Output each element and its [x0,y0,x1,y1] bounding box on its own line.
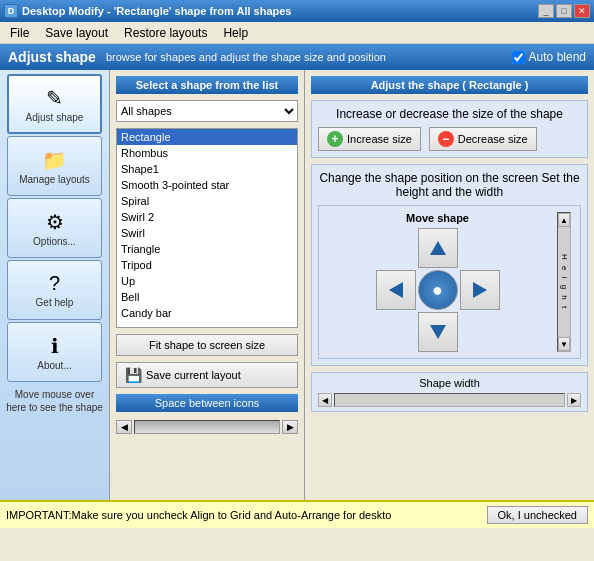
middle-panel: Select a shape from the list All shapes … [110,70,305,500]
list-item-swirl2[interactable]: Swirl 2 [117,209,297,225]
sidebar-label-options: Options... [33,236,76,247]
move-controls-area: Move shape ● [325,212,550,352]
decrease-icon: − [438,131,454,147]
about-icon: ℹ [51,334,59,358]
sidebar-btn-adjust-shape[interactable]: ✎ Adjust shape [7,74,102,134]
sidebar: ✎ Adjust shape 📁 Manage layouts ⚙ Option… [0,70,110,500]
width-section: Shape width ◀ ▶ [311,372,588,412]
shape-list[interactable]: Rectangle Rhombus Shape1 Smooth 3-pointe… [116,128,298,328]
menu-help[interactable]: Help [217,24,254,42]
auto-blend-label: Auto blend [529,50,586,64]
height-scroll-up[interactable]: ▲ [558,213,570,227]
height-scrollbar[interactable]: ▲ H e i g h t ▼ [557,212,571,352]
decrease-label: Decrease size [458,133,528,145]
position-section-text: Change the shape position on the screen … [318,171,581,199]
sidebar-label-manage-layouts: Manage layouts [19,174,90,185]
list-item-up[interactable]: Up [117,273,297,289]
size-buttons-container: + Increase size − Decrease size [318,127,581,151]
list-item-swirl[interactable]: Swirl [117,225,297,241]
move-down-button[interactable] [418,312,458,352]
sidebar-label-get-help: Get help [36,297,74,308]
window-title: Desktop Modify - 'Rectangle' shape from … [22,5,292,17]
decrease-size-button[interactable]: − Decrease size [429,127,537,151]
move-shape-label: Move shape [406,212,469,224]
content-area: ✎ Adjust shape 📁 Manage layouts ⚙ Option… [0,70,594,500]
list-item-bell[interactable]: Bell [117,289,297,305]
position-controls: Move shape ● ▲ [318,205,581,359]
menu-restore-layouts[interactable]: Restore layouts [118,24,213,42]
list-item-rectangle[interactable]: Rectangle [117,129,297,145]
sidebar-btn-get-help[interactable]: ? Get help [7,260,102,320]
list-item-spiral[interactable]: Spiral [117,193,297,209]
sidebar-hover-text: Move mouse over here to see the shape [0,384,109,418]
space-between-header: Space between icons [116,394,298,412]
status-message: IMPORTANT:Make sure you uncheck Align to… [6,509,391,521]
middle-panel-header: Select a shape from the list [116,76,298,94]
move-bottomleft-empty [376,312,416,352]
space-slider-track[interactable] [134,420,280,434]
sidebar-label-adjust-shape: Adjust shape [26,112,84,123]
menu-file[interactable]: File [4,24,35,42]
status-bar: IMPORTANT:Make sure you uncheck Align to… [0,500,594,528]
list-item-candy-bar[interactable]: Candy bar [117,305,297,321]
space-increase-arrow[interactable]: ▶ [282,420,298,434]
move-grid: ● [376,228,500,352]
sidebar-btn-about[interactable]: ℹ About... [7,322,102,382]
height-scroll-down[interactable]: ▼ [558,337,570,351]
title-bar: D Desktop Modify - 'Rectangle' shape fro… [0,0,594,22]
increase-icon: + [327,131,343,147]
menu-bar: File Save layout Restore layouts Help [0,22,594,44]
toolbar-description: browse for shapes and adjust the shape s… [106,51,386,63]
auto-blend-container: Auto blend [512,50,586,64]
ok-button[interactable]: Ok, I unchecked [487,506,589,524]
width-scrollbar-track[interactable] [334,393,565,407]
move-left-button[interactable] [376,270,416,310]
increase-label: Increase size [347,133,412,145]
height-label: H e i g h t [560,254,569,310]
get-help-icon: ? [49,272,60,295]
adjust-header: Adjust shape browse for shapes and adjus… [0,44,594,70]
options-icon: ⚙ [46,210,64,234]
size-section-text: Increase or decrease the size of the sha… [318,107,581,121]
save-layout-label: Save current layout [146,369,241,381]
maximize-button[interactable]: □ [556,4,572,18]
manage-layouts-icon: 📁 [42,148,67,172]
shape-category-dropdown[interactable]: All shapes [116,100,298,122]
move-bottomright-empty [460,312,500,352]
width-scroll-right[interactable]: ▶ [567,393,581,407]
height-scrollbar-area: ▲ H e i g h t ▼ [554,212,574,352]
list-item-triangle[interactable]: Triangle [117,241,297,257]
save-layout-button[interactable]: 💾 Save current layout [116,362,298,388]
move-center-button[interactable]: ● [418,270,458,310]
move-up-button[interactable] [418,228,458,268]
minimize-button[interactable]: _ [538,4,554,18]
save-disk-icon: 💾 [125,367,142,383]
increase-size-button[interactable]: + Increase size [318,127,421,151]
list-item-shape1[interactable]: Shape1 [117,161,297,177]
app-icon: D [4,4,18,18]
list-item-rhombus[interactable]: Rhombus [117,145,297,161]
list-item-smooth-star[interactable]: Smooth 3-pointed star [117,177,297,193]
close-button[interactable]: ✕ [574,4,590,18]
adjust-shape-icon: ✎ [46,86,63,110]
size-section: Increase or decrease the size of the sha… [311,100,588,158]
shape-width-label: Shape width [318,377,581,389]
toolbar-title: Adjust shape [8,49,96,65]
sidebar-btn-manage-layouts[interactable]: 📁 Manage layouts [7,136,102,196]
auto-blend-checkbox[interactable] [512,51,525,64]
move-right-button[interactable] [460,270,500,310]
list-item-tripod[interactable]: Tripod [117,257,297,273]
move-topleft-empty [376,228,416,268]
sidebar-label-about: About... [37,360,71,371]
menu-save-layout[interactable]: Save layout [39,24,114,42]
width-scrollbar-container: ◀ ▶ [318,393,581,407]
move-topright-empty [460,228,500,268]
right-panel: Adjust the shape ( Rectangle ) Increase … [305,70,594,500]
position-section: Change the shape position on the screen … [311,164,588,366]
space-decrease-arrow[interactable]: ◀ [116,420,132,434]
fit-shape-button[interactable]: Fit shape to screen size [116,334,298,356]
width-scroll-left[interactable]: ◀ [318,393,332,407]
sidebar-btn-options[interactable]: ⚙ Options... [7,198,102,258]
space-slider-container: ◀ ▶ [116,418,298,436]
right-panel-header: Adjust the shape ( Rectangle ) [311,76,588,94]
